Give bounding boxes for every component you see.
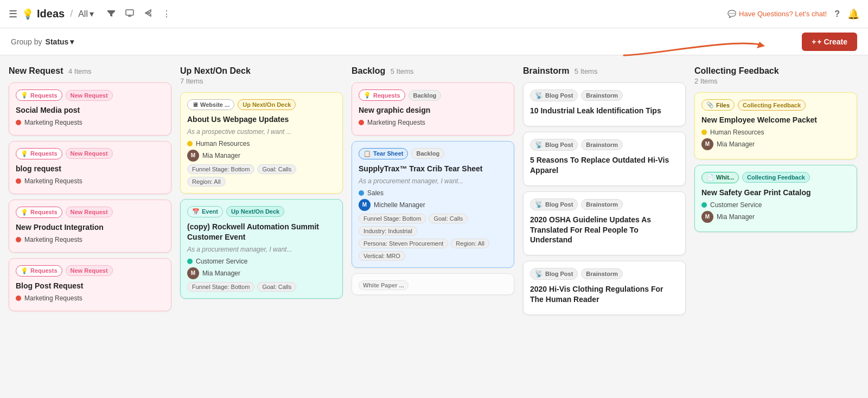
group-by-dropdown[interactable]: Status ▾ (46, 37, 74, 46)
card-type-tag: 💡 Requests (359, 89, 405, 101)
card-safety-gear[interactable]: 📄 Whit... Collecting Feedback New Safety… (694, 165, 857, 232)
card-dept: Human Resources (710, 129, 764, 136)
card-type-tag: 📎 Files (701, 99, 735, 111)
card-assignee: Michelle Manager (374, 201, 425, 209)
chip-region: Region: All (451, 239, 489, 248)
nav-tools: ⋮ (105, 7, 173, 22)
chip-goal: Goal: Calls (257, 164, 296, 174)
dot-indicator (701, 130, 707, 135)
column-collecting-feedback: Collecting Feedback 2 Items 📎 Files Coll… (694, 66, 857, 387)
card-title: 10 Industrial Leak Identification Tips (530, 106, 679, 116)
card-assignee: Mia Manager (202, 269, 240, 277)
card-rockwell[interactable]: 📅 Event Up Next/On Deck (copy) Rockwell … (180, 199, 343, 299)
card-tags: 🖥 Website ... Up Next/On Deck (187, 99, 336, 110)
requests-icon: 💡 (21, 209, 28, 216)
requests-icon: 💡 (21, 150, 28, 157)
card-title: 2020 Hi-Vis Clothing Regulations For The… (530, 284, 679, 305)
card-status-tag: Backlog (409, 90, 442, 101)
card-tear-sheet[interactable]: 📋 Tear Sheet Backlog SupplyTrax™ Trax Cr… (352, 141, 514, 268)
card-tags: 📡 Blog Post Brainstorm (530, 268, 679, 280)
card-assignee-row: M Mia Manager (187, 267, 336, 279)
chip-goal: Goal: Calls (257, 282, 296, 292)
chip-goal: Goal: Calls (429, 214, 468, 223)
card-partial-white[interactable]: White Paper ... (352, 273, 514, 295)
card-title: 5 Reasons To Replace Outdated Hi-Vis App… (530, 155, 679, 176)
card-dept: Marketing Requests (367, 119, 425, 126)
card-welcome-packet[interactable]: 📎 Files Collecting Feedback New Employee… (694, 92, 857, 159)
help-icon[interactable]: ? (834, 9, 840, 19)
card-blog-post-request[interactable]: 💡 Requests New Request Blog Post Request… (9, 258, 171, 311)
col-title-up-next: Up Next/On Deck (180, 66, 251, 75)
have-questions-link[interactable]: 💬 Have Questions? Let's chat! (727, 10, 827, 18)
notification-bell-icon[interactable]: 🔔 (847, 8, 859, 20)
card-chips: Funnel Stage: Bottom Goal: Calls Industr… (359, 214, 507, 261)
card-social-media-post[interactable]: 💡 Requests New Request Social Media post… (9, 82, 171, 136)
card-status-tag: Brainstorm (581, 139, 623, 150)
rss-icon: 📡 (535, 201, 543, 208)
dot-indicator (187, 259, 193, 264)
requests-icon: 💡 (363, 92, 371, 99)
card-industrial-leak[interactable]: 📡 Blog Post Brainstorm 10 Industrial Lea… (523, 82, 686, 126)
card-meta: Sales (359, 189, 507, 197)
card-title: 2020 OSHA Guideline Updates As Translate… (530, 215, 679, 246)
card-tags: 💡 Requests New Request (16, 265, 164, 277)
card-desc: As a prospective customer, I want ... (187, 128, 336, 136)
filter-button[interactable] (105, 7, 118, 22)
card-type-tag: 📋 Tear Sheet (359, 148, 408, 159)
card-assignee-row: M Mia Manager (187, 150, 336, 162)
card-status-tag: Brainstorm (581, 199, 623, 210)
card-type-tag: 💡 Requests (16, 89, 62, 101)
dot-indicator (701, 202, 707, 208)
nav-all-dropdown[interactable]: All ▾ (78, 9, 94, 19)
card-osha-guidelines[interactable]: 📡 Blog Post Brainstorm 2020 OSHA Guideli… (523, 191, 686, 256)
monitor-button[interactable] (123, 7, 136, 22)
card-about-us[interactable]: 🖥 Website ... Up Next/On Deck About Us W… (180, 92, 343, 194)
card-new-product-integration[interactable]: 💡 Requests New Request New Product Integ… (9, 200, 171, 253)
rss-icon: 📡 (535, 92, 543, 99)
card-dept: Marketing Requests (24, 294, 82, 302)
card-status-tag: New Request (66, 148, 113, 159)
svg-marker-3 (757, 42, 765, 48)
monitor-icon: 🖥 (192, 101, 198, 108)
share-button[interactable] (142, 7, 155, 22)
col-title-new-request: New Request (9, 66, 63, 75)
card-blog-request[interactable]: 💡 Requests New Request blog request Mark… (9, 141, 171, 194)
card-chips: Funnel Stage: Bottom Goal: Calls Region:… (187, 164, 336, 187)
card-assignee-row: M Mia Manager (701, 138, 850, 150)
card-dept: Marketing Requests (24, 236, 82, 243)
col-count-backlog: 5 Items (391, 67, 414, 75)
card-meta: Marketing Requests (16, 294, 164, 302)
card-new-graphic-design[interactable]: 💡 Requests Backlog New graphic design Ma… (352, 82, 514, 136)
card-type-tag: 📄 Whit... (701, 172, 739, 183)
create-button[interactable]: + + Create (802, 33, 857, 51)
kanban-board: New Request 4 Items 💡 Requests New Reque… (0, 55, 868, 398)
column-up-next: Up Next/On Deck 7 Items 🖥 Website ... Up… (180, 66, 343, 387)
card-title: New Product Integration (16, 222, 164, 233)
chip-vertical: Vertical: MRO (359, 251, 405, 261)
column-backlog: Backlog 5 Items 💡 Requests Backlog New g… (352, 66, 514, 387)
card-type-tag: 💡 Requests (16, 207, 62, 218)
card-status-tag: Up Next/On Deck (238, 99, 296, 110)
col-count-collecting-feedback: 2 Items (694, 77, 718, 85)
app-title: Ideas (37, 8, 65, 20)
col-title-backlog: Backlog (352, 66, 385, 75)
doc-icon: 📄 (706, 174, 714, 181)
card-title: SupplyTrax™ Trax Crib Tear Sheet (359, 164, 507, 174)
card-tags: 📅 Event Up Next/On Deck (187, 206, 336, 217)
requests-icon: 💡 (21, 267, 28, 274)
card-tags: 📡 Blog Post Brainstorm (530, 198, 679, 210)
card-title: New graphic design (359, 105, 507, 115)
chip-funnel: Funnel Stage: Bottom (187, 164, 254, 174)
card-title: About Us Webpage Updates (187, 114, 336, 125)
card-status-tag: Up Next/On Deck (226, 206, 284, 217)
card-type-tag: 📡 Blog Post (530, 268, 578, 280)
card-type-tag: 💡 Requests (16, 265, 62, 277)
card-hi-vis-apparel[interactable]: 📡 Blog Post Brainstorm 5 Reasons To Repl… (523, 132, 686, 186)
app-logo: 💡 Ideas (22, 8, 65, 20)
card-hi-vis-clothing[interactable]: 📡 Blog Post Brainstorm 2020 Hi-Vis Cloth… (523, 261, 686, 315)
col-header-up-next: Up Next/On Deck 7 Items (180, 66, 343, 86)
more-button[interactable]: ⋮ (160, 7, 173, 21)
menu-icon[interactable]: ☰ (9, 8, 17, 20)
card-title: New Safety Gear Print Catalog (701, 188, 850, 198)
dot-indicator (359, 120, 364, 125)
